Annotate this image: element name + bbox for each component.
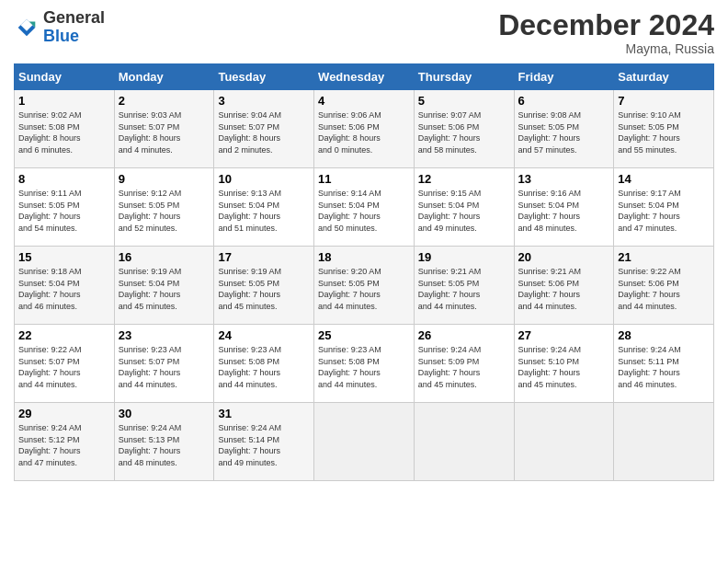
day-cell: 27Sunrise: 9:24 AM Sunset: 5:10 PM Dayli… [514,325,614,403]
day-number: 19 [418,250,510,264]
day-info: Sunrise: 9:24 AM Sunset: 5:12 PM Dayligh… [18,422,110,468]
day-cell: 6Sunrise: 9:08 AM Sunset: 5:05 PM Daylig… [514,90,614,168]
header-day-thursday: Thursday [414,64,514,90]
header-day-saturday: Saturday [614,64,714,90]
day-info: Sunrise: 9:12 AM Sunset: 5:05 PM Dayligh… [119,188,210,234]
day-cell: 23Sunrise: 9:23 AM Sunset: 5:07 PM Dayli… [114,325,214,403]
calendar-body: 1Sunrise: 9:02 AM Sunset: 5:08 PM Daylig… [15,90,714,481]
day-info: Sunrise: 9:18 AM Sunset: 5:04 PM Dayligh… [18,266,110,312]
day-info: Sunrise: 9:21 AM Sunset: 5:06 PM Dayligh… [518,266,610,312]
day-info: Sunrise: 9:24 AM Sunset: 5:09 PM Dayligh… [418,344,510,390]
day-cell: 25Sunrise: 9:23 AM Sunset: 5:08 PM Dayli… [314,325,415,403]
day-cell: 5Sunrise: 9:07 AM Sunset: 5:06 PM Daylig… [414,90,514,168]
day-number: 29 [18,407,110,420]
day-cell [414,403,514,481]
calendar-header: SundayMondayTuesdayWednesdayThursdayFrid… [15,64,714,90]
day-number: 4 [318,94,410,108]
day-info: Sunrise: 9:16 AM Sunset: 5:04 PM Dayligh… [518,188,610,234]
day-info: Sunrise: 9:24 AM Sunset: 5:11 PM Dayligh… [618,344,710,390]
logo-icon [14,15,40,40]
week-row-1: 1Sunrise: 9:02 AM Sunset: 5:08 PM Daylig… [15,90,714,168]
logo-general-text: General [43,8,105,27]
day-info: Sunrise: 9:23 AM Sunset: 5:08 PM Dayligh… [318,344,410,390]
day-info: Sunrise: 9:15 AM Sunset: 5:04 PM Dayligh… [418,188,510,234]
calendar-table: SundayMondayTuesdayWednesdayThursdayFrid… [14,63,714,481]
day-cell: 31Sunrise: 9:24 AM Sunset: 5:14 PM Dayli… [214,403,314,481]
day-cell: 18Sunrise: 9:20 AM Sunset: 5:05 PM Dayli… [314,247,415,325]
day-number: 8 [18,172,110,186]
day-number: 20 [518,250,610,264]
day-cell: 2Sunrise: 9:03 AM Sunset: 5:07 PM Daylig… [114,90,214,168]
day-cell: 20Sunrise: 9:21 AM Sunset: 5:06 PM Dayli… [514,247,614,325]
day-cell: 12Sunrise: 9:15 AM Sunset: 5:04 PM Dayli… [414,168,514,247]
day-cell: 30Sunrise: 9:24 AM Sunset: 5:13 PM Dayli… [114,403,214,481]
day-cell: 10Sunrise: 9:13 AM Sunset: 5:04 PM Dayli… [214,168,314,247]
day-info: Sunrise: 9:24 AM Sunset: 5:13 PM Dayligh… [119,422,210,468]
header-row: SundayMondayTuesdayWednesdayThursdayFrid… [15,64,714,90]
header-day-friday: Friday [514,64,614,90]
header-day-sunday: Sunday [15,64,115,90]
week-row-5: 29Sunrise: 9:24 AM Sunset: 5:12 PM Dayli… [15,403,714,481]
week-row-4: 22Sunrise: 9:22 AM Sunset: 5:07 PM Dayli… [15,325,714,403]
day-info: Sunrise: 9:23 AM Sunset: 5:08 PM Dayligh… [218,344,310,390]
logo-blue-text: Blue [43,27,79,45]
header: General Blue December 2024 Mayma, Russia [14,9,714,56]
day-cell: 16Sunrise: 9:19 AM Sunset: 5:04 PM Dayli… [114,247,214,325]
month-title: December 2024 [498,9,714,41]
day-cell: 3Sunrise: 9:04 AM Sunset: 5:07 PM Daylig… [214,90,314,168]
day-cell: 28Sunrise: 9:24 AM Sunset: 5:11 PM Dayli… [614,325,714,403]
title-section: December 2024 Mayma, Russia [498,9,714,56]
day-cell: 19Sunrise: 9:21 AM Sunset: 5:05 PM Dayli… [414,247,514,325]
header-day-monday: Monday [114,64,214,90]
day-number: 17 [218,250,310,264]
day-number: 24 [218,328,310,342]
day-cell: 14Sunrise: 9:17 AM Sunset: 5:04 PM Dayli… [614,168,714,247]
page-container: General Blue December 2024 Mayma, Russia… [0,0,728,490]
location-subtitle: Mayma, Russia [498,41,714,56]
day-info: Sunrise: 9:19 AM Sunset: 5:05 PM Dayligh… [218,266,310,312]
day-number: 25 [318,328,410,342]
day-info: Sunrise: 9:02 AM Sunset: 5:08 PM Dayligh… [18,109,110,155]
day-number: 14 [618,172,710,186]
week-row-3: 15Sunrise: 9:18 AM Sunset: 5:04 PM Dayli… [15,247,714,325]
day-info: Sunrise: 9:24 AM Sunset: 5:14 PM Dayligh… [218,422,310,468]
day-number: 21 [618,250,710,264]
day-number: 9 [119,172,210,186]
day-info: Sunrise: 9:07 AM Sunset: 5:06 PM Dayligh… [418,109,510,155]
day-info: Sunrise: 9:23 AM Sunset: 5:07 PM Dayligh… [119,344,210,390]
day-info: Sunrise: 9:17 AM Sunset: 5:04 PM Dayligh… [618,188,710,234]
day-info: Sunrise: 9:13 AM Sunset: 5:04 PM Dayligh… [218,188,310,234]
logo: General Blue [14,9,105,46]
day-info: Sunrise: 9:11 AM Sunset: 5:05 PM Dayligh… [18,188,110,234]
header-day-wednesday: Wednesday [314,64,415,90]
day-number: 26 [418,328,510,342]
day-number: 2 [119,94,210,108]
day-number: 22 [18,328,110,342]
day-cell: 26Sunrise: 9:24 AM Sunset: 5:09 PM Dayli… [414,325,514,403]
week-row-2: 8Sunrise: 9:11 AM Sunset: 5:05 PM Daylig… [15,168,714,247]
day-number: 15 [18,250,110,264]
day-cell [314,403,415,481]
day-info: Sunrise: 9:22 AM Sunset: 5:07 PM Dayligh… [18,344,110,390]
day-number: 13 [518,172,610,186]
day-cell: 1Sunrise: 9:02 AM Sunset: 5:08 PM Daylig… [15,90,115,168]
day-number: 12 [418,172,510,186]
day-number: 16 [119,250,210,264]
day-number: 3 [218,94,310,108]
day-cell: 11Sunrise: 9:14 AM Sunset: 5:04 PM Dayli… [314,168,415,247]
day-info: Sunrise: 9:22 AM Sunset: 5:06 PM Dayligh… [618,266,710,312]
day-number: 10 [218,172,310,186]
day-info: Sunrise: 9:20 AM Sunset: 5:05 PM Dayligh… [318,266,410,312]
day-cell: 15Sunrise: 9:18 AM Sunset: 5:04 PM Dayli… [15,247,115,325]
day-number: 18 [318,250,410,264]
day-number: 1 [18,94,110,108]
day-number: 7 [618,94,710,108]
day-info: Sunrise: 9:19 AM Sunset: 5:04 PM Dayligh… [119,266,210,312]
day-number: 23 [119,328,210,342]
day-cell: 8Sunrise: 9:11 AM Sunset: 5:05 PM Daylig… [15,168,115,247]
day-cell: 24Sunrise: 9:23 AM Sunset: 5:08 PM Dayli… [214,325,314,403]
day-info: Sunrise: 9:14 AM Sunset: 5:04 PM Dayligh… [318,188,410,234]
day-info: Sunrise: 9:04 AM Sunset: 5:07 PM Dayligh… [218,109,310,155]
day-cell: 4Sunrise: 9:06 AM Sunset: 5:06 PM Daylig… [314,90,415,168]
day-number: 6 [518,94,610,108]
